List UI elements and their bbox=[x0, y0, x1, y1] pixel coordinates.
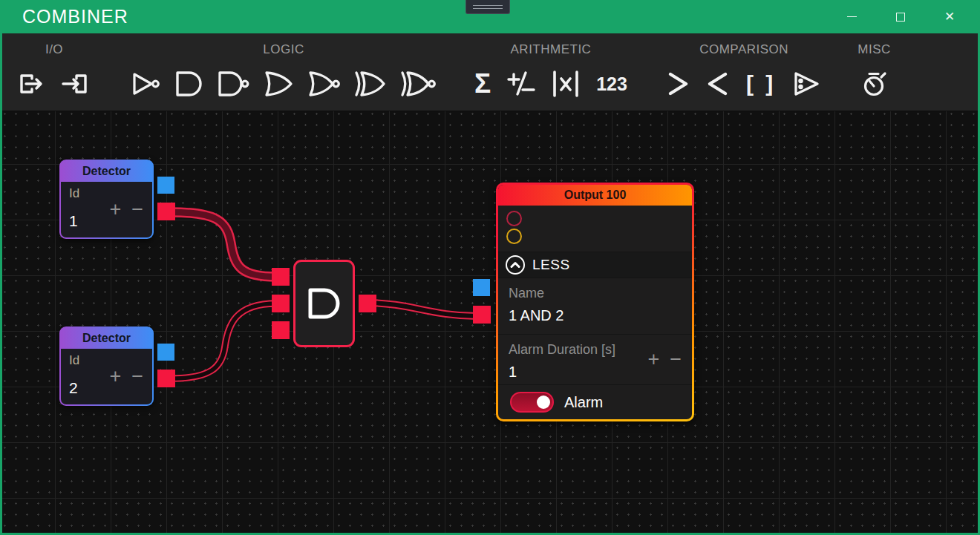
absolute-value-icon[interactable] bbox=[552, 65, 580, 103]
duration-decrement-button[interactable]: − bbox=[670, 349, 682, 370]
nand-gate-icon[interactable] bbox=[218, 65, 250, 103]
output-indicators bbox=[498, 206, 692, 252]
alarm-label: Alarm bbox=[564, 394, 603, 411]
output-input-port-blue[interactable] bbox=[473, 279, 490, 296]
gate-output-port[interactable] bbox=[359, 295, 376, 312]
maximize-button[interactable] bbox=[876, 0, 925, 33]
not-gate-icon[interactable] bbox=[131, 65, 161, 103]
detector1-increment-button[interactable]: + bbox=[109, 200, 121, 220]
wire-detector2-to-gate bbox=[171, 303, 276, 378]
toolbar-group-arithmetic: ARITHMETIC Σ 123 bbox=[474, 33, 627, 103]
and-gate-symbol bbox=[306, 286, 343, 321]
maximize-icon bbox=[896, 13, 905, 22]
toolbar-group-misc: MISC bbox=[858, 33, 891, 103]
output-node[interactable]: Output 100 LESS Name 1 AND 2 Alarm D bbox=[496, 183, 694, 421]
drag-handle[interactable] bbox=[466, 0, 510, 14]
alarm-toggle[interactable] bbox=[510, 392, 554, 413]
name-section: Name 1 AND 2 bbox=[498, 278, 692, 335]
name-label: Name bbox=[509, 284, 682, 302]
alarm-duration-section: Alarm Duration [s] 1 + − bbox=[498, 335, 692, 385]
and-gate-node[interactable] bbox=[293, 260, 355, 347]
detector2-decrement-button[interactable]: − bbox=[131, 367, 143, 387]
gate-input-port-2[interactable] bbox=[272, 295, 290, 312]
detector2-title[interactable]: Detector bbox=[61, 328, 152, 349]
chevron-up-icon[interactable] bbox=[506, 255, 525, 275]
close-button[interactable]: ✕ bbox=[925, 0, 974, 33]
xnor-gate-icon[interactable] bbox=[400, 65, 436, 103]
duration-increment-button[interactable]: + bbox=[647, 349, 659, 370]
output-block-icon[interactable] bbox=[13, 65, 51, 103]
output-input-port-red[interactable] bbox=[473, 306, 491, 324]
gate-input-port-1[interactable] bbox=[272, 268, 290, 286]
minimize-icon bbox=[847, 16, 857, 18]
group-label-misc: MISC bbox=[858, 42, 891, 57]
toolbar-group-io: I/O bbox=[13, 33, 96, 103]
group-label-io: I/O bbox=[45, 42, 63, 57]
comparator-icon[interactable] bbox=[792, 65, 822, 103]
nor-gate-icon[interactable] bbox=[308, 65, 341, 103]
detector-node-2[interactable]: Detector Id 2 + − bbox=[59, 326, 154, 406]
minimize-button[interactable] bbox=[827, 0, 876, 33]
plus-minus-icon[interactable] bbox=[507, 65, 535, 103]
or-gate-icon[interactable] bbox=[264, 65, 295, 103]
range-icon[interactable]: [ ] bbox=[746, 65, 776, 103]
input-block-icon[interactable] bbox=[51, 65, 96, 103]
detector2-increment-button[interactable]: + bbox=[109, 367, 121, 387]
timer-icon[interactable] bbox=[860, 65, 889, 103]
group-label-comparison: COMPARISON bbox=[699, 42, 788, 57]
yellow-status-ring-icon bbox=[506, 229, 522, 244]
node-graph-canvas[interactable]: Detector Id 1 + − Detector Id 2 + − bbox=[2, 111, 978, 533]
xor-gate-icon[interactable] bbox=[354, 65, 387, 103]
app-title: COMBINER bbox=[22, 6, 128, 27]
sum-icon[interactable]: Σ bbox=[474, 65, 491, 103]
window-controls: ✕ bbox=[827, 0, 974, 33]
group-label-arithmetic: ARITHMETIC bbox=[511, 42, 592, 57]
wire-gate-to-output bbox=[366, 303, 477, 316]
mode-selector[interactable]: LESS bbox=[498, 252, 692, 278]
alarm-row: Alarm bbox=[498, 385, 692, 419]
detector2-body: Id 2 + − bbox=[61, 349, 152, 404]
node-palette-toolbar: I/O LOGIC bbox=[2, 33, 978, 111]
detector2-output-port-red[interactable] bbox=[157, 370, 175, 387]
close-icon: ✕ bbox=[944, 9, 955, 24]
wire-detector1-to-gate bbox=[171, 212, 276, 277]
detector1-output-port-blue[interactable] bbox=[157, 177, 174, 194]
name-value[interactable]: 1 AND 2 bbox=[509, 305, 682, 326]
titlebar: COMBINER ✕ bbox=[0, 0, 980, 33]
and-gate-icon[interactable] bbox=[174, 65, 204, 103]
combiner-app-window: COMBINER ✕ I/O bbox=[0, 0, 980, 535]
red-status-ring-icon bbox=[506, 211, 522, 226]
toolbar-group-logic: LOGIC bbox=[131, 33, 436, 103]
toggle-knob bbox=[537, 395, 550, 409]
number-icon[interactable]: 123 bbox=[596, 65, 627, 103]
detector1-body: Id 1 + − bbox=[61, 182, 152, 237]
less-than-icon[interactable] bbox=[706, 65, 730, 103]
detector1-decrement-button[interactable]: − bbox=[131, 200, 143, 220]
gate-input-port-3[interactable] bbox=[272, 321, 290, 339]
mode-value: LESS bbox=[532, 257, 570, 273]
group-label-logic: LOGIC bbox=[263, 42, 304, 57]
detector1-title[interactable]: Detector bbox=[61, 161, 152, 182]
detector-node-1[interactable]: Detector Id 1 + − bbox=[59, 160, 154, 239]
detector1-output-port-red[interactable] bbox=[157, 203, 175, 220]
greater-than-icon[interactable] bbox=[666, 65, 690, 103]
detector2-output-port-blue[interactable] bbox=[157, 344, 174, 361]
toolbar-group-comparison: COMPARISON [ ] bbox=[666, 33, 822, 103]
output-node-title[interactable]: Output 100 bbox=[498, 185, 692, 206]
